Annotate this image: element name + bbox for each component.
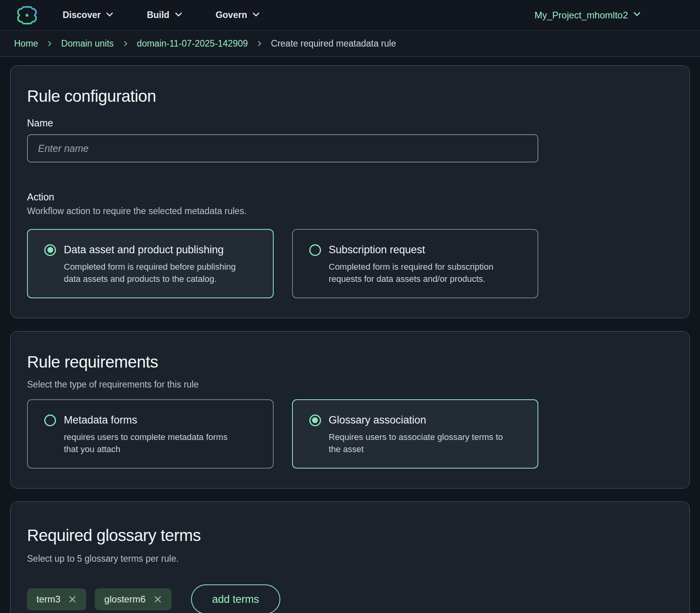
rule-requirements-card: Rule requirements Select the type of req…: [10, 331, 690, 489]
tile-metadata-forms[interactable]: Metadata forms requires users to complet…: [27, 399, 274, 469]
name-input[interactable]: [27, 134, 538, 162]
radio-selected-icon[interactable]: [44, 244, 56, 256]
name-label: Name: [27, 117, 673, 129]
tile-title: Subscription request: [329, 244, 425, 256]
chevron-down-icon: [105, 10, 114, 21]
action-description: Workflow action to require the selected …: [27, 206, 673, 216]
datazone-logo-icon[interactable]: [16, 5, 38, 26]
tile-description: Requires users to associate glossary ter…: [329, 431, 516, 455]
tile-glossary-association[interactable]: Glossary association Requires users to a…: [292, 399, 539, 469]
rule-requirements-title: Rule requirements: [27, 353, 673, 371]
glossary-term-label: glosterm6: [104, 594, 145, 605]
main-content: Rule configuration Name Action Workflow …: [0, 57, 700, 613]
breadcrumb: Home Domain units domain-11-07-2025-1429…: [0, 31, 700, 57]
nav-item-discover[interactable]: Discover: [63, 9, 114, 21]
nav-item-discover-label: Discover: [63, 10, 101, 20]
requirement-tiles: Metadata forms requires users to complet…: [27, 399, 538, 469]
nav-item-build-label: Build: [147, 10, 170, 20]
tile-head: Metadata forms: [44, 414, 273, 426]
nav-item-govern[interactable]: Govern: [216, 9, 261, 21]
chevron-right-icon: [122, 40, 129, 47]
glossary-term-tag: term3: [27, 588, 86, 610]
glossary-term-label: term3: [36, 594, 60, 605]
tile-head: Subscription request: [309, 244, 538, 256]
radio-unselected-icon[interactable]: [44, 415, 56, 426]
breadcrumb-home[interactable]: Home: [14, 38, 38, 49]
chevron-down-icon: [252, 10, 260, 21]
rule-requirements-description: Select the type of requirements for this…: [27, 379, 673, 390]
breadcrumb-domain-units[interactable]: Domain units: [61, 38, 114, 49]
chevron-down-icon: [633, 10, 641, 21]
breadcrumb-domain[interactable]: domain-11-07-2025-142909: [137, 38, 248, 49]
tile-title: Glossary association: [329, 414, 426, 426]
remove-term-icon[interactable]: [153, 595, 162, 604]
page-title: Rule configuration: [27, 87, 673, 106]
chevron-right-icon: [256, 40, 263, 47]
tile-subscription-request[interactable]: Subscription request Completed form is r…: [292, 229, 539, 298]
glossary-terms-row: term3 glosterm6 add terms: [27, 584, 673, 613]
spacer: [27, 162, 673, 191]
required-glossary-terms-title: Required glossary terms: [27, 526, 673, 545]
tile-description: Completed form is required for subscript…: [329, 261, 510, 285]
tile-description: requires users to complete metadata form…: [64, 431, 238, 455]
radio-selected-icon[interactable]: [309, 415, 321, 426]
chevron-right-icon: [46, 40, 53, 47]
glossary-term-tag: glosterm6: [95, 588, 171, 610]
chevron-down-icon: [174, 10, 183, 21]
action-label: Action: [27, 191, 673, 203]
primary-nav: Discover Build Govern: [63, 9, 260, 21]
tile-description: Completed form is required before publis…: [64, 261, 248, 285]
tile-data-asset-publishing[interactable]: Data asset and product publishing Comple…: [27, 229, 274, 298]
tile-head: Data asset and product publishing: [44, 244, 273, 256]
project-selector[interactable]: My_Project_mhomlto2: [534, 10, 641, 21]
top-navigation: Discover Build Govern My_Project_mhomlto…: [0, 0, 700, 31]
tile-title: Data asset and product publishing: [64, 244, 224, 256]
nav-item-govern-label: Govern: [216, 10, 247, 20]
tile-head: Glossary association: [309, 414, 538, 426]
breadcrumb-current: Create required meatadata rule: [271, 38, 396, 49]
radio-unselected-icon[interactable]: [309, 244, 321, 256]
add-terms-button[interactable]: add terms: [191, 584, 280, 613]
remove-term-icon[interactable]: [68, 595, 77, 604]
action-tiles: Data asset and product publishing Comple…: [27, 229, 538, 298]
required-glossary-terms-description: Select up to 5 glossary terms per rule.: [27, 554, 673, 564]
rule-configuration-card: Rule configuration Name Action Workflow …: [10, 65, 690, 318]
nav-item-build[interactable]: Build: [147, 9, 183, 21]
project-selector-label: My_Project_mhomlto2: [534, 10, 628, 21]
tile-title: Metadata forms: [64, 414, 137, 426]
required-glossary-terms-card: Required glossary terms Select up to 5 g…: [10, 501, 690, 613]
